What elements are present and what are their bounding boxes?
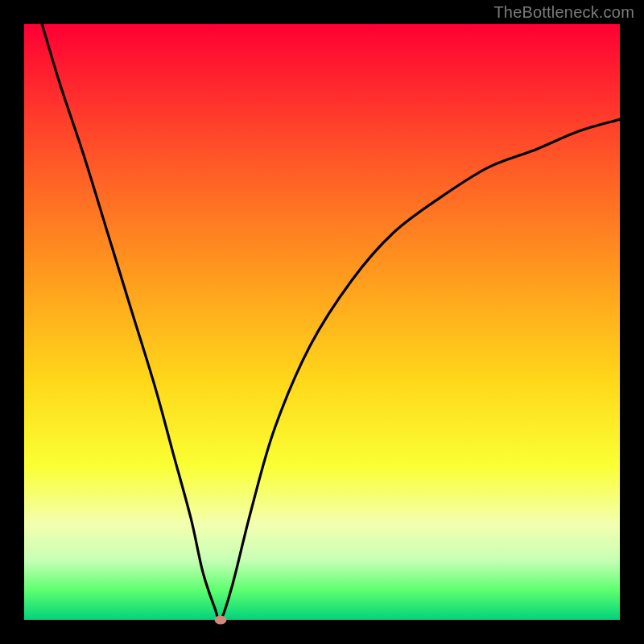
watermark-text: TheBottleneck.com: [493, 3, 634, 22]
min-marker: [215, 616, 227, 625]
bottleneck-curve-path: [24, 24, 620, 620]
curve-svg: [24, 24, 620, 620]
chart-frame: TheBottleneck.com: [0, 0, 644, 644]
plot-area: [24, 24, 620, 620]
